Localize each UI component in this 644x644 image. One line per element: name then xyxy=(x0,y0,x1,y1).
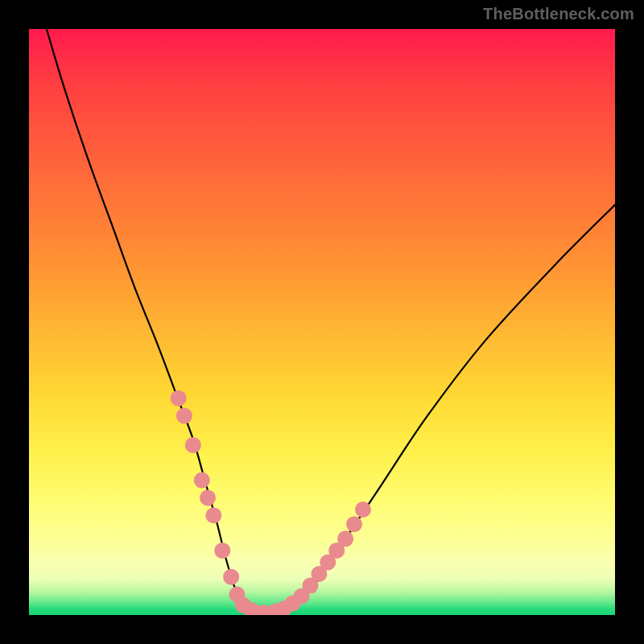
chart-frame: TheBottleneck.com xyxy=(0,0,644,644)
marker-dot xyxy=(194,473,210,489)
marker-dot xyxy=(200,489,216,506)
marker-dot xyxy=(223,569,239,585)
plot-area xyxy=(29,29,615,615)
bottleneck-curve xyxy=(47,29,615,614)
marker-dot xyxy=(355,502,371,518)
marker-dot xyxy=(205,507,221,523)
marker-dot xyxy=(337,530,353,547)
marker-dot xyxy=(176,407,192,423)
marker-dot xyxy=(185,437,201,453)
marker-dot xyxy=(171,390,187,407)
marker-dot xyxy=(346,516,362,532)
marker-dot xyxy=(214,543,230,559)
curve-svg xyxy=(29,29,615,615)
watermark-text: TheBottleneck.com xyxy=(483,5,634,23)
marker-layer xyxy=(171,390,371,615)
